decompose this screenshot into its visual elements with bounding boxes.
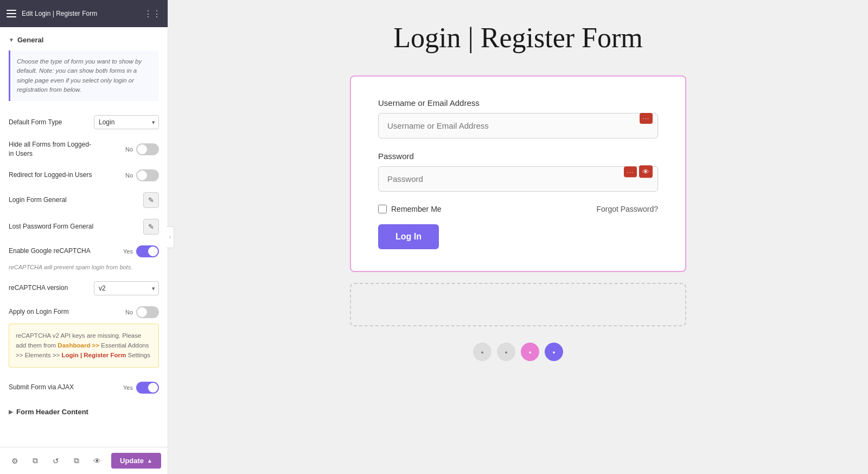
recaptcha-toggle-wrap: Yes xyxy=(123,245,159,257)
apply-login-toggle-wrap: No xyxy=(125,306,159,318)
hide-forms-toggle-wrap: No xyxy=(125,143,159,155)
register-form-card xyxy=(350,283,686,326)
password-label: Password xyxy=(378,151,658,161)
form-header-label: Form Header Content xyxy=(16,408,88,416)
login-form-general-row: Login Form General ✎ xyxy=(0,187,168,213)
hamburger-menu[interactable] xyxy=(7,10,16,17)
username-dots-button[interactable]: ··· xyxy=(640,113,653,124)
recaptcha-version-select-wrap: v2 v3 xyxy=(94,281,159,295)
lost-password-label: Lost Password Form General xyxy=(9,222,93,231)
warning-link2[interactable]: Login | Register Form xyxy=(61,352,126,358)
history-icon[interactable]: ↺ xyxy=(48,453,64,469)
redirect-toggle-wrap: No xyxy=(125,169,159,181)
apply-login-row: Apply on Login Form No xyxy=(0,301,168,324)
username-field-wrap: Username or Email Address ··· xyxy=(378,98,658,138)
hide-forms-toggle[interactable] xyxy=(136,143,159,155)
hide-forms-label: Hide all Forms from Logged-in Users xyxy=(9,140,91,159)
settings-icon[interactable]: ⚙ xyxy=(7,453,23,469)
username-field-icon: ··· xyxy=(640,113,653,124)
pagination: • • • • xyxy=(473,343,563,361)
recaptcha-note: reCAPTCHA will prevent spam login from b… xyxy=(0,263,168,276)
sidebar-header: Edit Login | Register Form ⋮⋮ xyxy=(0,0,168,27)
password-field-icon: ··· 👁 xyxy=(624,166,653,178)
password-input[interactable] xyxy=(378,166,658,192)
warning-box: reCAPTCHA v2 API keys are missing. Pleas… xyxy=(9,324,159,368)
login-form-general-label: Login Form General xyxy=(9,195,67,205)
hide-forms-row: Hide all Forms from Logged-in Users No xyxy=(0,135,168,164)
default-form-type-select[interactable]: Login Register xyxy=(94,115,159,129)
general-section-label: General xyxy=(17,36,43,44)
username-label: Username or Email Address xyxy=(378,98,658,108)
submit-ajax-toggle-label: Yes xyxy=(123,384,133,391)
default-form-type-select-wrap: Login Register xyxy=(94,115,159,129)
general-section-header[interactable]: ▼ General xyxy=(0,27,168,50)
username-input[interactable] xyxy=(378,113,658,138)
apply-login-toggle[interactable] xyxy=(136,306,159,318)
submit-ajax-label: Submit Form via AJAX xyxy=(9,383,74,392)
duplicate-icon[interactable]: ⧉ xyxy=(68,453,85,469)
login-button[interactable]: Log In xyxy=(378,224,439,249)
recaptcha-version-row: reCAPTCHA version v2 v3 xyxy=(0,276,168,301)
default-form-type-row: Default Form Type Login Register xyxy=(0,110,168,135)
recaptcha-toggle[interactable] xyxy=(136,245,159,257)
submit-ajax-row: Submit Form via AJAX Yes xyxy=(0,376,168,399)
remember-me-checkbox[interactable] xyxy=(378,205,387,213)
redirect-row: Redirect for Logged-in Users No xyxy=(0,164,168,187)
page-dot-4[interactable]: • xyxy=(545,343,563,361)
remember-left: Remember Me xyxy=(378,205,442,213)
remember-me-label: Remember Me xyxy=(391,205,442,213)
password-dots-button[interactable]: ··· xyxy=(624,166,637,177)
info-box: Choose the type of form you want to show… xyxy=(9,50,159,101)
grid-icon[interactable]: ⋮⋮ xyxy=(144,9,161,19)
page-title: Login | Register Form xyxy=(393,22,643,54)
chevron-right-icon: ▶ xyxy=(9,409,13,415)
sidebar-collapse-handle[interactable]: ‹ xyxy=(167,226,174,248)
apply-login-label: Apply on Login Form xyxy=(9,307,69,317)
chevron-down-icon: ▼ xyxy=(9,37,14,43)
preview-icon[interactable]: 👁 xyxy=(89,453,105,469)
main-content: Login | Register Form Username or Email … xyxy=(168,0,868,474)
submit-ajax-toggle[interactable] xyxy=(136,382,159,394)
sidebar-footer: ⚙ ⧉ ↺ ⧉ 👁 Update ▲ xyxy=(0,447,168,474)
chevron-up-icon: ▲ xyxy=(147,458,152,464)
form-header-section[interactable]: ▶ Form Header Content xyxy=(0,399,168,422)
redirect-label: Redirect for Logged-in Users xyxy=(9,170,92,180)
warning-text3: Settings xyxy=(126,352,150,358)
default-form-type-label: Default Form Type xyxy=(9,118,62,127)
update-button[interactable]: Update ▲ xyxy=(111,453,161,469)
lost-password-row: Lost Password Form General ✎ xyxy=(0,213,168,240)
submit-ajax-toggle-wrap: Yes xyxy=(123,382,159,394)
recaptcha-version-select[interactable]: v2 v3 xyxy=(94,281,159,295)
password-field-wrap: Password ··· 👁 xyxy=(378,151,658,192)
login-form-general-edit-button[interactable]: ✎ xyxy=(143,192,159,208)
warning-link1[interactable]: Dashboard >> xyxy=(58,342,99,349)
password-eye-button[interactable]: 👁 xyxy=(639,166,653,178)
page-dot-2[interactable]: • xyxy=(497,343,515,361)
redirect-toggle[interactable] xyxy=(136,169,159,181)
remember-row: Remember Me Forgot Password? xyxy=(378,205,658,213)
forgot-password-link[interactable]: Forgot Password? xyxy=(596,205,658,213)
sidebar: Edit Login | Register Form ⋮⋮ ▼ General … xyxy=(0,0,168,474)
recaptcha-version-label: reCAPTCHA version xyxy=(9,283,68,293)
lost-password-edit-button[interactable]: ✎ xyxy=(143,219,159,235)
recaptcha-label: Enable Google reCAPTCHA xyxy=(9,247,91,256)
sidebar-title: Edit Login | Register Form xyxy=(22,10,138,17)
page-dot-3[interactable]: • xyxy=(521,343,539,361)
hide-forms-toggle-label: No xyxy=(125,146,133,153)
layers-icon[interactable]: ⧉ xyxy=(27,453,43,469)
recaptcha-toggle-label: Yes xyxy=(123,248,133,255)
apply-login-toggle-label: No xyxy=(125,309,133,315)
login-form-card: Username or Email Address ··· Password ·… xyxy=(350,75,686,272)
sidebar-content: ▼ General Choose the type of form you wa… xyxy=(0,27,168,474)
recaptcha-row: Enable Google reCAPTCHA Yes xyxy=(0,240,168,263)
page-dot-1[interactable]: • xyxy=(473,343,492,361)
redirect-toggle-label: No xyxy=(125,172,133,179)
